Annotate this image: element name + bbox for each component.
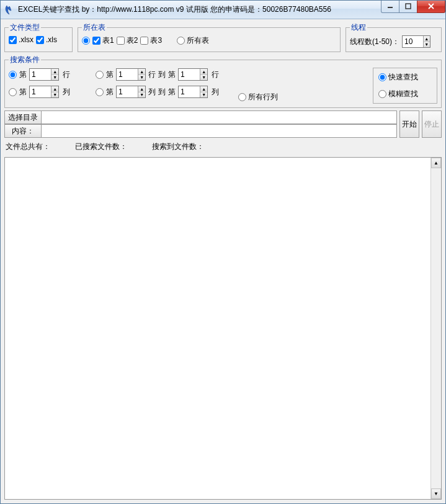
spin-down-icon[interactable]: ▼ <box>138 92 145 98</box>
spin-up-icon[interactable]: ▲ <box>200 86 207 92</box>
checkbox-xlsx-label: .xlsx <box>19 35 33 44</box>
radio-col-range[interactable] <box>96 88 104 96</box>
titlebar: EXCEL关键字查找 by：http://www.1118pc.com v9 试… <box>1 1 445 19</box>
col-single-spinner[interactable]: ▲▼ <box>29 86 59 98</box>
radio-row-range[interactable] <box>96 71 104 79</box>
row-suffix: 行 <box>63 70 70 80</box>
spin-down-icon[interactable]: ▼ <box>51 75 58 81</box>
di-label: 第 <box>19 70 27 80</box>
spin-down-icon[interactable]: ▼ <box>51 92 58 98</box>
spin-up-icon[interactable]: ▲ <box>200 69 207 75</box>
start-button[interactable]: 开始 <box>399 110 419 138</box>
sheet-group: 所在表 表1 表2 表3 <box>78 22 341 52</box>
di-label: 第 <box>168 87 176 97</box>
col-suffix: 列 <box>212 87 219 97</box>
checkbox-sheet1[interactable]: 表1 <box>92 35 114 46</box>
di-label: 第 <box>168 70 176 80</box>
close-button[interactable] <box>417 1 445 13</box>
thread-input[interactable] <box>403 36 423 47</box>
scrollbar[interactable]: ▲ ▼ <box>430 158 441 499</box>
col-suffix: 列 <box>63 87 70 97</box>
radio-sheet-all[interactable]: 所有表 <box>177 35 209 46</box>
fast-label: 快速查找 <box>388 72 418 83</box>
sheet-legend: 所在表 <box>82 22 107 33</box>
col-suffix: 列 <box>148 87 156 97</box>
spin-up-icon[interactable]: ▲ <box>138 69 145 75</box>
spin-down-icon[interactable]: ▼ <box>200 92 207 98</box>
spin-up-icon[interactable]: ▲ <box>51 69 58 75</box>
di-label: 第 <box>106 70 114 80</box>
sheet3-label: 表3 <box>150 35 162 46</box>
scroll-up-icon[interactable]: ▲ <box>431 158 441 168</box>
checkbox-xlsx[interactable]: .xlsx <box>9 35 33 44</box>
scroll-track[interactable] <box>431 168 441 488</box>
radio-row-single[interactable] <box>9 71 17 79</box>
fuzzy-label: 模糊查找 <box>388 89 418 99</box>
sheet2-label: 表2 <box>127 35 138 46</box>
app-window: EXCEL关键字查找 by：http://www.1118pc.com v9 试… <box>0 0 446 504</box>
dao-label: 到 <box>158 87 166 97</box>
window-title: EXCEL关键字查找 by：http://www.1118pc.com v9 试… <box>18 4 381 15</box>
search-mode-box: 快速查找 模糊查找 <box>373 68 437 104</box>
col-range-from-spinner[interactable]: ▲▼ <box>116 86 146 98</box>
checkbox-sheet2[interactable]: 表2 <box>117 35 138 46</box>
content-input[interactable] <box>42 124 397 138</box>
row-range-from-spinner[interactable]: ▲▼ <box>116 68 146 81</box>
thread-group: 线程 线程数(1-50)： ▲ ▼ <box>346 22 442 52</box>
col-range-to-spinner[interactable]: ▲▼ <box>178 86 208 98</box>
status-found: 搜索到文件数： <box>152 142 204 152</box>
checkbox-xls-label: .xls <box>46 35 57 44</box>
row-single-spinner[interactable]: ▲▼ <box>29 68 59 81</box>
radio-sheet-specific[interactable] <box>82 37 90 45</box>
dir-display <box>42 110 397 124</box>
results-list[interactable]: ▲ ▼ <box>4 157 442 500</box>
radio-col-single[interactable] <box>9 88 17 96</box>
status-searched: 已搜索文件数： <box>75 142 127 152</box>
di-label: 第 <box>19 87 27 97</box>
sheet-all-label: 所有表 <box>187 35 209 46</box>
radio-fuzzy-search[interactable]: 模糊查找 <box>378 89 432 99</box>
spin-down-icon[interactable]: ▼ <box>138 75 145 81</box>
checkbox-xls[interactable]: .xls <box>36 35 57 44</box>
filetype-legend: 文件类型 <box>9 22 41 33</box>
spin-up-icon[interactable]: ▲ <box>51 86 58 92</box>
all-rowcol-label: 所有行列 <box>248 92 278 102</box>
maximize-button[interactable] <box>399 1 417 13</box>
scroll-down-icon[interactable]: ▼ <box>431 488 441 499</box>
minimize-button[interactable] <box>381 1 399 13</box>
app-icon <box>4 5 14 15</box>
spin-up-icon[interactable]: ▲ <box>138 86 145 92</box>
sheet1-label: 表1 <box>102 35 114 46</box>
search-group: 搜索条件 第 ▲▼ 行 第 <box>4 55 442 108</box>
checkbox-sheet3[interactable]: 表3 <box>140 35 162 46</box>
filetype-group: 文件类型 .xlsx .xls <box>4 22 73 52</box>
search-legend: 搜索条件 <box>9 55 41 65</box>
di-label: 第 <box>106 87 114 97</box>
client-area: 文件类型 .xlsx .xls 所在表 <box>1 19 445 503</box>
thread-label: 线程数(1-50)： <box>350 37 399 47</box>
window-buttons <box>381 1 445 13</box>
thread-spinner[interactable]: ▲ ▼ <box>402 35 430 48</box>
spin-down-icon[interactable]: ▼ <box>424 42 430 48</box>
row-suffix: 行 <box>212 70 219 80</box>
content-label: 内容： <box>4 124 42 138</box>
choose-dir-button[interactable]: 选择目录 <box>4 110 42 124</box>
row-range-to-spinner[interactable]: ▲▼ <box>178 68 208 81</box>
svg-rect-0 <box>388 7 393 8</box>
status-total: 文件总共有： <box>6 142 50 152</box>
spin-up-icon[interactable]: ▲ <box>424 36 430 42</box>
stop-button[interactable]: 停止 <box>422 110 442 138</box>
thread-legend: 线程 <box>350 22 367 33</box>
spin-down-icon[interactable]: ▼ <box>200 75 207 81</box>
row-suffix: 行 <box>148 70 156 80</box>
svg-rect-1 <box>406 4 411 9</box>
radio-all-rowcol[interactable]: 所有行列 <box>238 92 278 102</box>
status-row: 文件总共有： 已搜索文件数： 搜索到文件数： <box>4 140 442 153</box>
dao-label: 到 <box>158 70 166 80</box>
radio-fast-search[interactable]: 快速查找 <box>378 72 432 83</box>
